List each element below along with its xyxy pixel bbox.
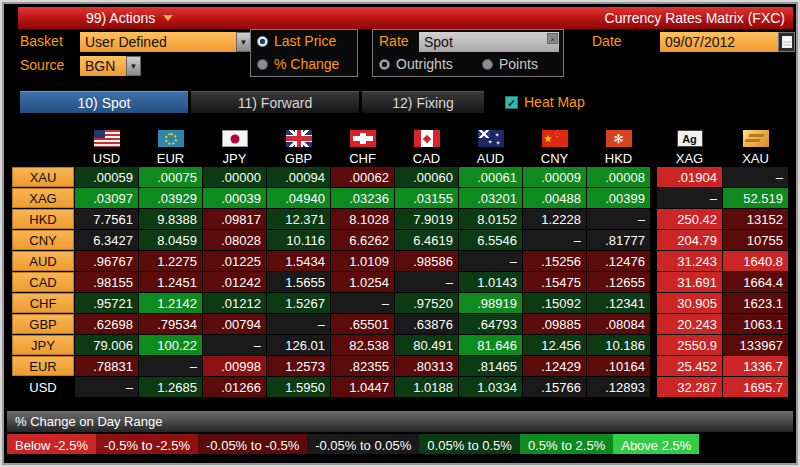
row-label-gbp[interactable]: GBP (12, 314, 74, 334)
matrix-cell[interactable]: .00062 (331, 167, 394, 187)
matrix-cell[interactable]: – (523, 230, 586, 250)
matrix-cell[interactable]: .15092 (523, 293, 586, 313)
matrix-cell[interactable]: 133967 (723, 335, 788, 355)
matrix-cell[interactable]: 8.0152 (459, 209, 522, 229)
rate-dropdown[interactable]: Spot × (419, 32, 559, 52)
matrix-cell[interactable]: .81777 (587, 230, 650, 250)
row-label-hkd[interactable]: HKD (12, 209, 74, 229)
matrix-cell[interactable]: .00039 (203, 188, 266, 208)
heat-map-toggle[interactable]: ✓ Heat Map (505, 91, 585, 113)
matrix-cell[interactable]: – (587, 209, 650, 229)
matrix-cell[interactable]: .82355 (331, 356, 394, 376)
radio-unselected-icon[interactable] (482, 59, 493, 70)
matrix-cell[interactable]: 12.456 (523, 335, 586, 355)
matrix-cell[interactable]: .00000 (203, 167, 266, 187)
col-header-eur[interactable]: EUR (139, 118, 202, 166)
matrix-cell[interactable]: 1640.8 (723, 251, 788, 271)
matrix-cell[interactable]: .00399 (587, 188, 650, 208)
matrix-cell[interactable]: .00488 (523, 188, 586, 208)
matrix-cell[interactable]: .80313 (395, 356, 458, 376)
matrix-cell[interactable]: 1336.7 (723, 356, 788, 376)
matrix-cell[interactable]: .08084 (587, 314, 650, 334)
matrix-cell[interactable]: 1.0254 (331, 272, 394, 292)
last-price-radio[interactable]: Last Price (257, 33, 336, 49)
matrix-cell[interactable]: 1.2451 (139, 272, 202, 292)
row-label-cny[interactable]: CNY (12, 230, 74, 250)
matrix-cell[interactable]: 1063.1 (723, 314, 788, 334)
points-radio[interactable]: Points (482, 56, 538, 72)
matrix-cell[interactable]: .79534 (139, 314, 202, 334)
matrix-cell[interactable]: .00075 (139, 167, 202, 187)
matrix-cell[interactable]: 1623.1 (723, 293, 788, 313)
matrix-cell[interactable]: 1.0143 (459, 272, 522, 292)
matrix-cell[interactable]: .00008 (587, 167, 650, 187)
matrix-cell[interactable]: 1695.7 (723, 377, 788, 397)
matrix-cell[interactable]: 8.0459 (139, 230, 202, 250)
row-label-chf[interactable]: CHF (12, 293, 74, 313)
matrix-cell[interactable]: .78831 (75, 356, 138, 376)
matrix-cell[interactable]: .00998 (203, 356, 266, 376)
matrix-cell[interactable]: 7.7561 (75, 209, 138, 229)
col-header-aud[interactable]: AUD (459, 118, 522, 166)
row-label-xag[interactable]: XAG (12, 188, 74, 208)
col-header-xau[interactable]: XAU (723, 118, 788, 166)
matrix-cell[interactable]: 6.4619 (395, 230, 458, 250)
matrix-cell[interactable]: .15766 (523, 377, 586, 397)
matrix-cell[interactable]: .12429 (523, 356, 586, 376)
matrix-cell[interactable]: .03097 (75, 188, 138, 208)
source-dropdown-arrow-icon[interactable]: ▼ (126, 56, 141, 76)
matrix-cell[interactable]: – (657, 188, 722, 208)
matrix-cell[interactable]: 9.8388 (139, 209, 202, 229)
basket-value[interactable]: User Defined (80, 32, 236, 52)
matrix-cell[interactable]: .15256 (523, 251, 586, 271)
matrix-cell[interactable]: .03201 (459, 188, 522, 208)
matrix-cell[interactable]: 1.5950 (267, 377, 330, 397)
calendar-icon[interactable] (778, 32, 795, 52)
matrix-cell[interactable]: .00059 (75, 167, 138, 187)
matrix-cell[interactable]: 6.3427 (75, 230, 138, 250)
matrix-cell[interactable]: 10755 (723, 230, 788, 250)
matrix-cell[interactable]: 13152 (723, 209, 788, 229)
matrix-cell[interactable]: .98155 (75, 272, 138, 292)
matrix-cell[interactable]: .08028 (203, 230, 266, 250)
matrix-cell[interactable]: .12655 (587, 272, 650, 292)
matrix-cell[interactable]: 8.1028 (331, 209, 394, 229)
matrix-cell[interactable]: 1.0334 (459, 377, 522, 397)
col-header-jpy[interactable]: JPY (203, 118, 266, 166)
row-label-aud[interactable]: AUD (12, 251, 74, 271)
matrix-cell[interactable]: 100.22 (139, 335, 202, 355)
matrix-cell[interactable]: 52.519 (723, 188, 788, 208)
matrix-cell[interactable]: 1.5267 (267, 293, 330, 313)
matrix-cell[interactable]: .95721 (75, 293, 138, 313)
matrix-cell[interactable]: .09817 (203, 209, 266, 229)
tab-fixing[interactable]: 12) Fixing (362, 91, 484, 113)
source-dropdown[interactable]: BGN ▼ (80, 56, 141, 76)
tab-spot[interactable]: 10) Spot (20, 91, 188, 113)
matrix-cell[interactable]: – (459, 251, 522, 271)
radio-selected-icon[interactable] (379, 59, 390, 70)
matrix-cell[interactable]: 1.5434 (267, 251, 330, 271)
row-label-jpy[interactable]: JPY (12, 335, 74, 355)
matrix-cell[interactable]: – (395, 272, 458, 292)
matrix-cell[interactable]: .01904 (657, 167, 722, 187)
matrix-cell[interactable]: 1.0109 (331, 251, 394, 271)
matrix-cell[interactable]: 10.116 (267, 230, 330, 250)
matrix-cell[interactable]: .98919 (459, 293, 522, 313)
matrix-cell[interactable]: .62698 (75, 314, 138, 334)
row-label-cad[interactable]: CAD (12, 272, 74, 292)
matrix-cell[interactable]: .00009 (523, 167, 586, 187)
col-header-cad[interactable]: CAD (395, 118, 458, 166)
matrix-cell[interactable]: .97520 (395, 293, 458, 313)
close-icon[interactable]: × (547, 33, 558, 44)
matrix-cell[interactable]: – (203, 335, 266, 355)
matrix-cell[interactable]: .03236 (331, 188, 394, 208)
matrix-cell[interactable]: .00060 (395, 167, 458, 187)
row-label-usd[interactable]: USD (12, 377, 74, 397)
matrix-cell[interactable]: 32.287 (657, 377, 722, 397)
matrix-cell[interactable]: .01242 (203, 272, 266, 292)
pct-change-radio[interactable]: % Change (257, 56, 339, 72)
tab-forward[interactable]: 11) Forward (191, 91, 359, 113)
matrix-cell[interactable]: .63876 (395, 314, 458, 334)
matrix-cell[interactable]: 7.9019 (395, 209, 458, 229)
matrix-cell[interactable]: 31.691 (657, 272, 722, 292)
